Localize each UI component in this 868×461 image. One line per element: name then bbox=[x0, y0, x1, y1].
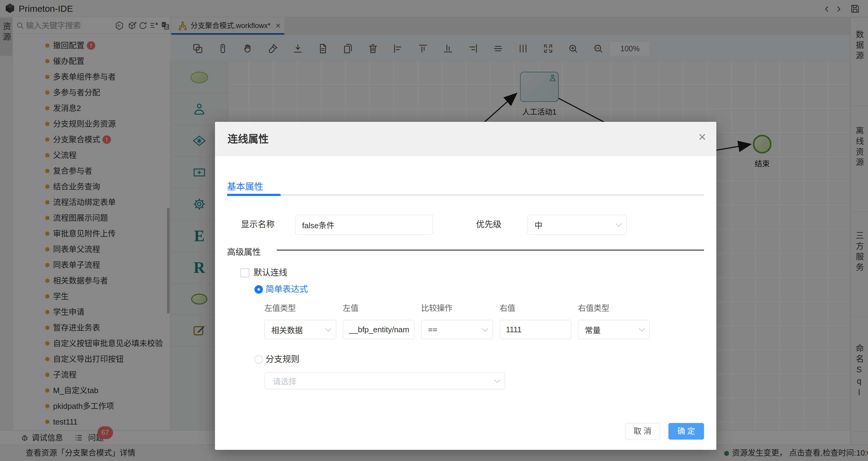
chevron-down-icon bbox=[494, 377, 500, 383]
condition-column: 右值类型常量 bbox=[578, 301, 650, 339]
display-name-input[interactable] bbox=[295, 215, 433, 235]
priority-select[interactable]: 中 bbox=[528, 215, 626, 235]
condition-row: 左值类型相关数据左值比较操作==右值右值类型常量 bbox=[265, 301, 650, 339]
advanced-section-label: 高级属性 bbox=[227, 245, 261, 257]
branch-rule-radio[interactable] bbox=[254, 355, 263, 364]
branch-rule-placeholder: 请选择 bbox=[273, 375, 297, 386]
tab-active-indicator bbox=[227, 194, 281, 196]
branch-rule-select[interactable]: 请选择 bbox=[265, 372, 505, 389]
simple-expression-radio[interactable] bbox=[254, 285, 263, 294]
condition-column-label: 比较操作 bbox=[421, 301, 493, 315]
priority-label: 优先级 bbox=[476, 215, 501, 235]
condition-column-label: 左值类型 bbox=[265, 301, 336, 315]
chevron-down-icon bbox=[482, 326, 488, 332]
advanced-section-divider bbox=[277, 250, 704, 250]
tab-divider bbox=[227, 194, 704, 196]
chevron-down-icon bbox=[616, 221, 622, 227]
condition-select[interactable]: 相关数据 bbox=[265, 320, 336, 339]
condition-select[interactable]: 常量 bbox=[578, 320, 650, 339]
chevron-down-icon bbox=[639, 326, 645, 332]
display-name-label: 显示名称 bbox=[241, 215, 275, 235]
condition-input[interactable] bbox=[500, 320, 571, 339]
checkbox-unchecked-icon[interactable] bbox=[240, 268, 249, 277]
chevron-down-icon bbox=[325, 326, 331, 332]
condition-column: 比较操作== bbox=[421, 301, 493, 339]
condition-column: 右值 bbox=[500, 301, 571, 339]
line-properties-dialog: 连线属性 × 基本属性 显示名称 优先级 中 高级属性 默认连线 简单表达式 左… bbox=[215, 122, 716, 450]
condition-column: 左值类型相关数据 bbox=[265, 301, 336, 339]
condition-column-label: 左值 bbox=[343, 301, 414, 315]
condition-column: 左值 bbox=[343, 301, 414, 339]
dialog-close-icon[interactable]: × bbox=[698, 130, 706, 144]
cancel-button[interactable]: 取 消 bbox=[625, 423, 660, 439]
default-line-label: 默认连线 bbox=[253, 268, 287, 277]
condition-column-label: 右值类型 bbox=[578, 301, 650, 315]
dialog-title: 连线属性 bbox=[228, 122, 269, 156]
tab-basic-properties[interactable]: 基本属性 bbox=[227, 179, 263, 192]
app-window: Primeton-IDE ‹ › 资源 AIEn文 撤回配置!催办配置多表单组件… bbox=[0, 0, 868, 461]
branch-rule-label[interactable]: 分支规则 bbox=[266, 355, 299, 364]
dialog-header: 连线属性 × bbox=[215, 122, 716, 156]
condition-input[interactable] bbox=[343, 320, 414, 339]
confirm-button[interactable]: 确 定 bbox=[669, 423, 704, 439]
simple-expression-label[interactable]: 简单表达式 bbox=[266, 285, 308, 294]
condition-select[interactable]: == bbox=[421, 320, 493, 339]
condition-column-label: 右值 bbox=[500, 301, 571, 315]
